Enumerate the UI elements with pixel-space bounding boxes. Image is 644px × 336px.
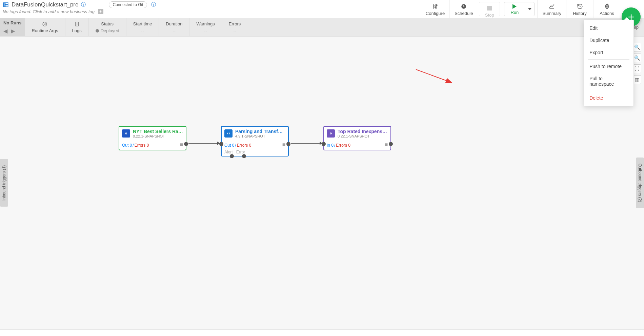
svg-point-13 — [606, 5, 608, 7]
svg-marker-11 — [512, 4, 517, 9]
runtime-args-icon: M — [42, 21, 47, 27]
runtime-args-button[interactable]: M Runtime Args — [25, 18, 65, 36]
configure-label: Configure — [426, 11, 445, 16]
summary-label: Summary — [542, 11, 561, 16]
duration-label: Duration — [166, 21, 182, 27]
run-wrap: Run — [504, 2, 535, 16]
svg-point-7 — [435, 6, 436, 7]
schedule-button[interactable]: Schedule — [449, 0, 478, 18]
summary-button[interactable]: Summary — [537, 0, 566, 18]
menu-edit[interactable]: Edit — [584, 22, 633, 34]
svg-text:M: M — [44, 23, 46, 25]
run-nav-arrows: ◀ ▶ — [3, 28, 21, 34]
start-time-label: Start time — [133, 21, 152, 27]
svg-rect-2 — [5, 5, 8, 7]
info-icon[interactable]: ⓘ — [81, 2, 86, 8]
run-dropdown-caret[interactable] — [525, 2, 534, 16]
sub-header: No Runs ◀ ▶ M Runtime Args Logs Status D… — [0, 18, 644, 37]
actions-dropdown: Edit Duplicate Export Push to remote Pul… — [584, 20, 634, 37]
tags-row: No tags found. Click to add a new busine… — [3, 9, 156, 14]
pipeline-title: DataFusionQuickstart_pre — [12, 1, 78, 8]
actions-label: Actions — [600, 11, 614, 16]
svg-point-6 — [433, 5, 434, 6]
header-left: DataFusionQuickstart_pre ⓘ Connected to … — [0, 0, 159, 16]
next-run-button[interactable]: ▶ — [11, 28, 15, 34]
run-label: Run — [510, 10, 519, 15]
title-row: DataFusionQuickstart_pre ⓘ Connected to … — [3, 1, 156, 8]
duration-value: -- — [173, 27, 176, 34]
warnings-value: -- — [204, 27, 207, 34]
toolbar: Configure Schedule Stop Run — [421, 0, 644, 18]
stop-button: Stop — [479, 2, 500, 20]
tags-hint: No tags found. Click to add a new busine… — [3, 9, 96, 14]
no-runs-panel: No Runs ◀ ▶ — [0, 18, 25, 36]
logs-icon — [75, 21, 79, 27]
top-header: DataFusionQuickstart_pre ⓘ Connected to … — [0, 0, 644, 18]
runtime-args-label: Runtime Args — [32, 27, 58, 34]
stop-label: Stop — [485, 13, 494, 18]
chart-icon — [549, 3, 555, 10]
schedule-label: Schedule — [455, 11, 473, 16]
history-button[interactable]: History — [566, 0, 593, 18]
status-value: Deployed — [101, 28, 119, 33]
sliders-icon — [432, 3, 438, 10]
gear-icon — [604, 3, 610, 10]
no-runs-label: No Runs — [3, 20, 21, 25]
configure-button[interactable]: Configure — [421, 0, 449, 18]
history-label: History — [573, 11, 586, 16]
errors-label: Errors — [229, 21, 241, 27]
menu-duplicate[interactable]: Duplicate — [584, 34, 633, 37]
clock-icon — [461, 3, 467, 10]
errors-value: -- — [233, 27, 236, 34]
logs-label: Logs — [72, 27, 82, 34]
play-icon — [512, 4, 517, 9]
actions-button[interactable]: Actions — [593, 0, 620, 18]
svg-marker-12 — [528, 8, 531, 10]
history-icon — [577, 3, 583, 10]
git-info-icon[interactable]: ⓘ — [151, 2, 156, 8]
stop-icon — [487, 4, 492, 12]
git-status-label: Connected to Git — [113, 2, 143, 7]
logs-button[interactable]: Logs — [65, 18, 89, 36]
status-dot-icon — [96, 29, 99, 33]
add-tag-button[interactable]: + — [98, 9, 103, 14]
errors-metric: Errors -- — [222, 18, 247, 36]
svg-rect-1 — [5, 3, 8, 4]
status-label: Status — [101, 21, 114, 27]
app-logo-icon — [3, 2, 9, 8]
svg-rect-10 — [487, 6, 492, 10]
stop-wrap: Stop — [479, 2, 500, 16]
warnings-metric: Warnings -- — [189, 18, 222, 36]
warnings-label: Warnings — [196, 21, 215, 27]
svg-point-8 — [436, 4, 437, 5]
svg-rect-0 — [3, 3, 5, 7]
prev-run-button[interactable]: ◀ — [3, 28, 7, 34]
duration-metric: Duration -- — [159, 18, 189, 36]
status-metric: Status Deployed — [89, 18, 126, 36]
git-status-pill[interactable]: Connected to Git — [109, 1, 147, 8]
start-time-metric: Start time -- — [126, 18, 159, 36]
dropdown-caret-icon — [624, 17, 629, 20]
start-time-value: -- — [141, 27, 144, 34]
run-button[interactable]: Run — [504, 2, 525, 16]
